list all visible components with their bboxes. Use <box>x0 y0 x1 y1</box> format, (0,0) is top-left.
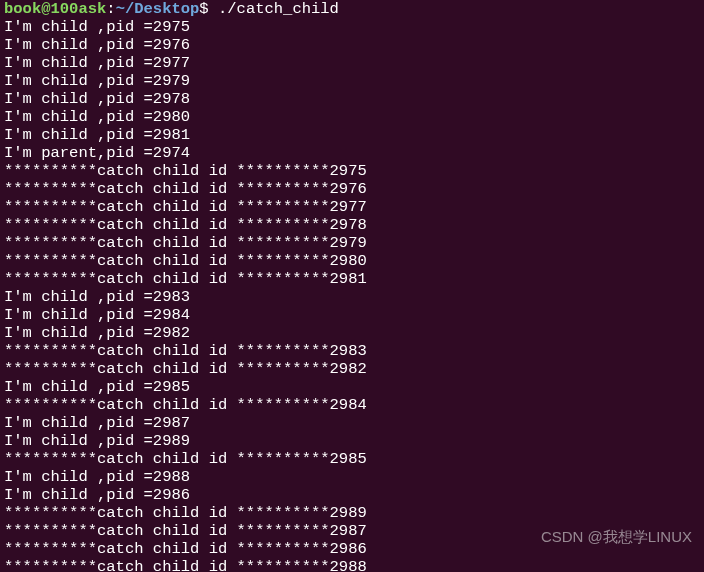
output-line: **********catch child id **********2986 <box>4 540 700 558</box>
output-line: I'm child ,pid =2989 <box>4 432 700 450</box>
output-line: I'm child ,pid =2988 <box>4 468 700 486</box>
output-line: **********catch child id **********2977 <box>4 198 700 216</box>
prompt-line: book@100ask:~/Desktop$ ./catch_child <box>4 0 700 18</box>
terminal-output: I'm child ,pid =2975I'm child ,pid =2976… <box>4 18 700 572</box>
output-line: I'm child ,pid =2985 <box>4 378 700 396</box>
output-line: **********catch child id **********2981 <box>4 270 700 288</box>
prompt-colon: : <box>106 0 115 18</box>
output-line: I'm child ,pid =2977 <box>4 54 700 72</box>
output-line: I'm child ,pid =2981 <box>4 126 700 144</box>
output-line: **********catch child id **********2978 <box>4 216 700 234</box>
output-line: **********catch child id **********2987 <box>4 522 700 540</box>
output-line: **********catch child id **********2982 <box>4 360 700 378</box>
output-line: I'm child ,pid =2980 <box>4 108 700 126</box>
output-line: I'm child ,pid =2979 <box>4 72 700 90</box>
output-line: I'm parent,pid =2974 <box>4 144 700 162</box>
output-line: **********catch child id **********2976 <box>4 180 700 198</box>
output-line: **********catch child id **********2980 <box>4 252 700 270</box>
prompt-dollar: $ <box>199 0 208 18</box>
output-line: **********catch child id **********2983 <box>4 342 700 360</box>
output-line: **********catch child id **********2985 <box>4 450 700 468</box>
output-line: **********catch child id **********2989 <box>4 504 700 522</box>
prompt-command: ./catch_child <box>218 0 339 18</box>
output-line: I'm child ,pid =2987 <box>4 414 700 432</box>
output-line: I'm child ,pid =2976 <box>4 36 700 54</box>
output-line: **********catch child id **********2988 <box>4 558 700 572</box>
user-host: book@100ask <box>4 0 106 18</box>
output-line: I'm child ,pid =2975 <box>4 18 700 36</box>
output-line: I'm child ,pid =2984 <box>4 306 700 324</box>
output-line: **********catch child id **********2975 <box>4 162 700 180</box>
output-line: I'm child ,pid =2982 <box>4 324 700 342</box>
output-line: I'm child ,pid =2986 <box>4 486 700 504</box>
output-line: **********catch child id **********2979 <box>4 234 700 252</box>
prompt-path: ~/Desktop <box>116 0 200 18</box>
output-line: **********catch child id **********2984 <box>4 396 700 414</box>
output-line: I'm child ,pid =2983 <box>4 288 700 306</box>
output-line: I'm child ,pid =2978 <box>4 90 700 108</box>
